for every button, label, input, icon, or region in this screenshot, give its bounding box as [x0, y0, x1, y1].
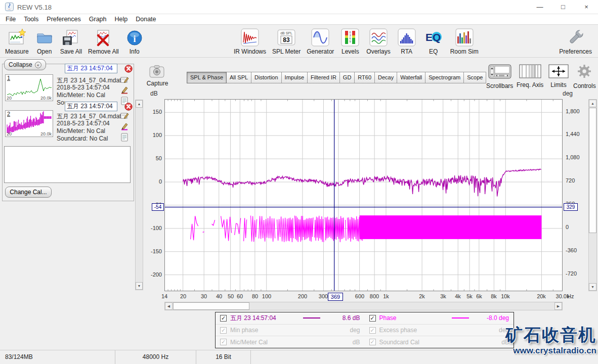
- close-button[interactable]: ×: [575, 0, 598, 14]
- measurement-date: 2018-5-23 14:57:04: [57, 84, 110, 91]
- toolbar-button-open[interactable]: Open: [35, 27, 54, 55]
- measurement-name-input[interactable]: [65, 102, 117, 111]
- notes-area[interactable]: [4, 146, 131, 183]
- save-all-icon: [61, 27, 80, 48]
- rename-measurement-icon[interactable]: [120, 111, 129, 120]
- tab-impulse[interactable]: Impulse: [282, 72, 308, 83]
- trace-colour-icon[interactable]: [120, 86, 129, 95]
- toolbar-button-room-sim[interactable]: Room Sim: [450, 27, 479, 55]
- y-right-tick-label: 1,800: [566, 108, 591, 114]
- toolbar-button-remove-all[interactable]: Remove All: [88, 27, 119, 55]
- legend-swatch: [452, 317, 469, 318]
- tab-rt60[interactable]: RT60: [355, 72, 375, 83]
- tab-distortion[interactable]: Distortion: [251, 72, 281, 83]
- legend-checkbox[interactable]: ✓: [369, 327, 376, 334]
- delete-measurement-button[interactable]: [124, 65, 133, 73]
- toolbar-group-prefs: Preferences: [559, 27, 592, 55]
- legend-label: Excess phase: [379, 327, 417, 334]
- legend-swatch: [452, 342, 469, 343]
- h-scroll-thumb[interactable]: [173, 302, 249, 310]
- x-tick-label: 10k: [494, 293, 517, 299]
- tab-waterfall[interactable]: Waterfall: [397, 72, 425, 83]
- toolbar-button-eq[interactable]: EQEQ: [423, 27, 444, 55]
- y-left-tick-label: -150: [138, 248, 162, 254]
- menu-graph[interactable]: Graph: [85, 14, 111, 24]
- toolbar-button-spl-meter[interactable]: dB SPL83SPL Meter: [272, 27, 301, 55]
- tab-decay[interactable]: Decay: [375, 72, 397, 83]
- toolbar-label: Preferences: [559, 48, 592, 55]
- toolbar-button-measure[interactable]: Measure: [5, 27, 29, 55]
- menu-preferences[interactable]: Preferences: [42, 14, 84, 24]
- right-axis-unit: deg: [563, 90, 573, 97]
- menu-donate[interactable]: Donate: [132, 14, 160, 24]
- legend-checkbox[interactable]: ✓: [220, 315, 227, 322]
- x-tick-label: 2k: [411, 293, 433, 299]
- delete-measurement-button[interactable]: [124, 103, 133, 111]
- toolbar-button-levels[interactable]: 0369Levels: [340, 27, 360, 55]
- tab-spl-phase[interactable]: SPL & Phase: [187, 72, 227, 83]
- menu-help[interactable]: Help: [111, 14, 132, 24]
- y-right-tick-label: 1,440: [566, 131, 591, 137]
- maximize-button[interactable]: □: [551, 0, 575, 14]
- legend-checkbox[interactable]: ✓: [369, 315, 376, 322]
- level-scrollbar[interactable]: ▲▼: [588, 99, 597, 291]
- graph-button-freq-axis[interactable]: Freq. Axis: [517, 64, 543, 88]
- scroll-left-button[interactable]: ◀: [165, 302, 173, 310]
- capture-button[interactable]: [149, 65, 164, 80]
- menu-file[interactable]: File: [2, 14, 20, 24]
- app-icon: [5, 3, 14, 13]
- rta-icon: [397, 27, 417, 48]
- tab-gd[interactable]: GD: [340, 72, 355, 83]
- main-toolbar: MeasureOpenSave AllRemove AlliInfo IR Wi…: [0, 25, 598, 58]
- minimize-button[interactable]: —: [528, 0, 551, 14]
- measure-icon: [7, 27, 26, 48]
- toolbar-button-preferences[interactable]: Preferences: [559, 27, 592, 55]
- toolbar-button-rta[interactable]: RTA: [397, 27, 417, 55]
- legend-checkbox[interactable]: ✓: [220, 339, 227, 345]
- y-left-tick-label: 150: [138, 109, 162, 115]
- toolbar-button-ir-windows[interactable]: IR Windows: [234, 27, 266, 55]
- tab-spectrogram[interactable]: Spectrogram: [425, 72, 464, 83]
- x-tick-label: 100: [255, 293, 278, 299]
- measurement-name-input[interactable]: [65, 64, 117, 73]
- rename-measurement-icon[interactable]: [120, 75, 129, 84]
- notes-icon[interactable]: [120, 133, 129, 142]
- scroll-down-button[interactable]: ▼: [136, 282, 143, 290]
- freq-scrollbar[interactable]: ◀▶: [164, 302, 563, 310]
- freq-axis-icon: [519, 64, 541, 80]
- legend-swatch: [303, 342, 320, 343]
- tab-filtered-ir[interactable]: Filtered IR: [308, 72, 340, 83]
- toolbar-label: EQ: [429, 48, 438, 55]
- tab-all-spl[interactable]: All SPL: [227, 72, 251, 83]
- measurement-thumbnail[interactable]: 12020.0k: [5, 74, 53, 101]
- scroll-down-button[interactable]: ▼: [589, 283, 596, 291]
- collapse-button[interactable]: Collapse «: [4, 59, 46, 70]
- legend-checkbox[interactable]: ✓: [220, 327, 227, 334]
- graph-button-limits[interactable]: Limits: [548, 64, 569, 88]
- measurement-thumbnail[interactable]: 22020.0k: [5, 110, 53, 137]
- toolbar-button-save-all[interactable]: Save All: [60, 27, 82, 55]
- measurement-list-scrollbar[interactable]: ▲▼: [135, 100, 143, 290]
- window-controls: — □ ×: [528, 0, 598, 14]
- v-scroll-thumb[interactable]: [589, 108, 596, 233]
- scroll-up-button[interactable]: ▲: [589, 100, 596, 107]
- scroll-up-button[interactable]: ▲: [136, 100, 143, 108]
- menu-tools[interactable]: Tools: [20, 14, 42, 24]
- toolbar-label: SPL Meter: [272, 48, 301, 55]
- legend-checkbox[interactable]: ✓: [369, 339, 376, 345]
- thumb-max-freq: 20.0k: [40, 131, 52, 136]
- toolbar-button-info[interactable]: iInfo: [125, 27, 144, 55]
- trace-colour-icon[interactable]: [120, 122, 129, 131]
- graph-button-controls[interactable]: Controls: [573, 63, 596, 89]
- tab-scope[interactable]: Scope: [464, 72, 486, 83]
- change-cal-button[interactable]: Change Cal...: [5, 187, 52, 198]
- graph-button-scrollbars[interactable]: Scrollbars: [486, 64, 513, 89]
- toolbar-group-file: MeasureOpenSave AllRemove AlliInfo: [5, 27, 144, 55]
- graph-tab-bar: SPL & PhaseAll SPLDistortionImpulseFilte…: [187, 72, 486, 83]
- spl-phase-chart[interactable]: [164, 99, 563, 291]
- scroll-right-button[interactable]: ▶: [554, 302, 562, 310]
- toolbar-button-overlays[interactable]: Overlays: [366, 27, 390, 55]
- toolbar-button-generator[interactable]: Generator: [307, 27, 334, 55]
- measurement-soundcard-cal: Soundcard: No Cal: [57, 99, 65, 106]
- legend-row: ✓Mic/Meter CaldB✓Soundcard CaldB: [216, 336, 514, 348]
